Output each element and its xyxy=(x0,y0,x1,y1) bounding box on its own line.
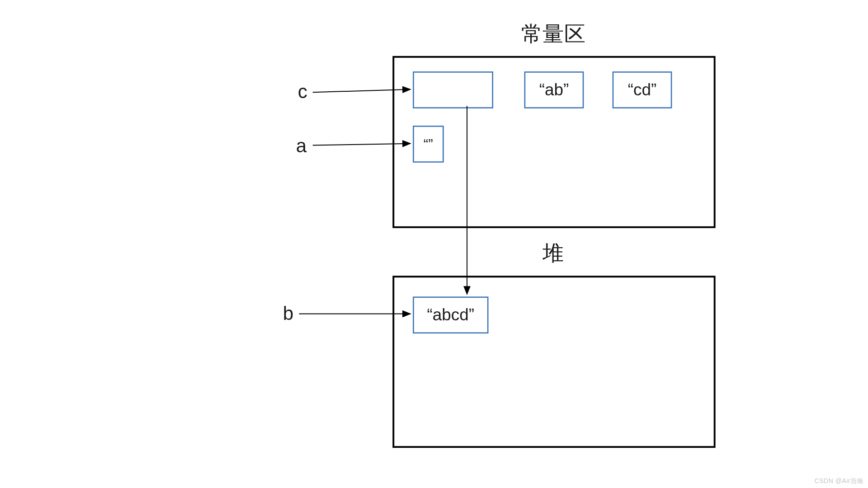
arrow-c-to-ref xyxy=(313,89,410,93)
arrows-layer xyxy=(118,0,868,488)
arrow-a-to-empty xyxy=(313,144,410,145)
watermark-text: CSDN @Air浩瀚 xyxy=(815,477,863,485)
